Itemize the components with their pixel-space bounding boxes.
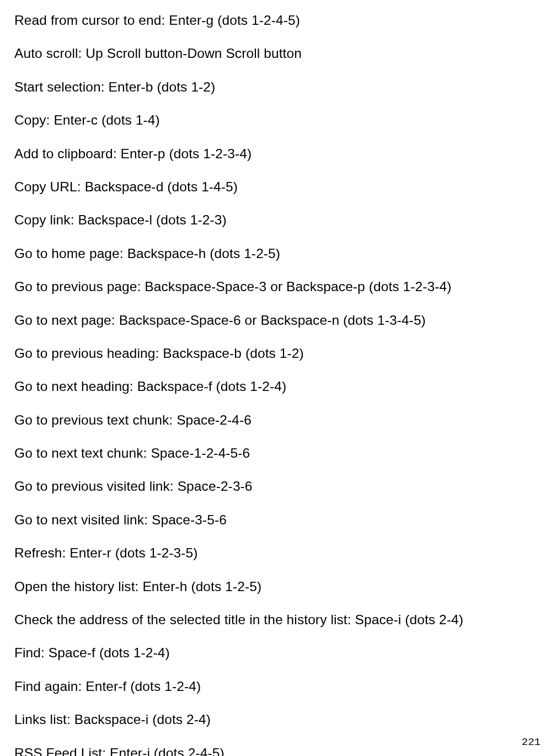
shortcut-line: Go to next heading: Backspace-f (dots 1-… — [14, 378, 542, 394]
shortcut-line: Start selection: Enter-b (dots 1-2) — [14, 79, 542, 95]
shortcut-line: Go to previous page: Backspace-Space-3 o… — [14, 278, 542, 294]
shortcut-line: Add to clipboard: Enter-p (dots 1-2-3-4) — [14, 146, 542, 162]
shortcut-line: Find: Space-f (dots 1-2-4) — [14, 645, 542, 661]
shortcut-line: Go to previous heading: Backspace-b (dot… — [14, 345, 542, 361]
shortcut-line: Go to next visited link: Space-3-5-6 — [14, 512, 542, 528]
shortcut-line: Auto scroll: Up Scroll button-Down Scrol… — [14, 45, 542, 61]
page-number: 221 — [522, 736, 541, 748]
shortcut-line: RSS Feed List: Enter-j (dots 2-4-5) — [14, 745, 542, 756]
shortcut-line: Go to next text chunk: Space-1-2-4-5-6 — [14, 445, 542, 461]
shortcut-line: Go to next page: Backspace-Space-6 or Ba… — [14, 312, 542, 328]
shortcut-line: Check the address of the selected title … — [14, 612, 542, 628]
shortcut-line: Open the history list: Enter-h (dots 1-2… — [14, 578, 542, 594]
shortcut-line: Read from cursor to end: Enter-g (dots 1… — [14, 12, 542, 28]
shortcut-line: Go to home page: Backspace-h (dots 1-2-5… — [14, 245, 542, 261]
shortcut-line: Refresh: Enter-r (dots 1-2-3-5) — [14, 545, 542, 561]
shortcut-line: Go to previous text chunk: Space-2-4-6 — [14, 412, 542, 428]
shortcut-line: Find again: Enter-f (dots 1-2-4) — [14, 678, 542, 694]
document-body: Read from cursor to end: Enter-g (dots 1… — [14, 12, 542, 756]
shortcut-line: Copy URL: Backspace-d (dots 1-4-5) — [14, 179, 542, 195]
shortcut-line: Links list: Backspace-i (dots 2-4) — [14, 711, 542, 727]
shortcut-line: Copy: Enter-c (dots 1-4) — [14, 112, 542, 128]
shortcut-line: Go to previous visited link: Space-2-3-6 — [14, 478, 542, 494]
shortcut-line: Copy link: Backspace-l (dots 1-2-3) — [14, 212, 542, 228]
